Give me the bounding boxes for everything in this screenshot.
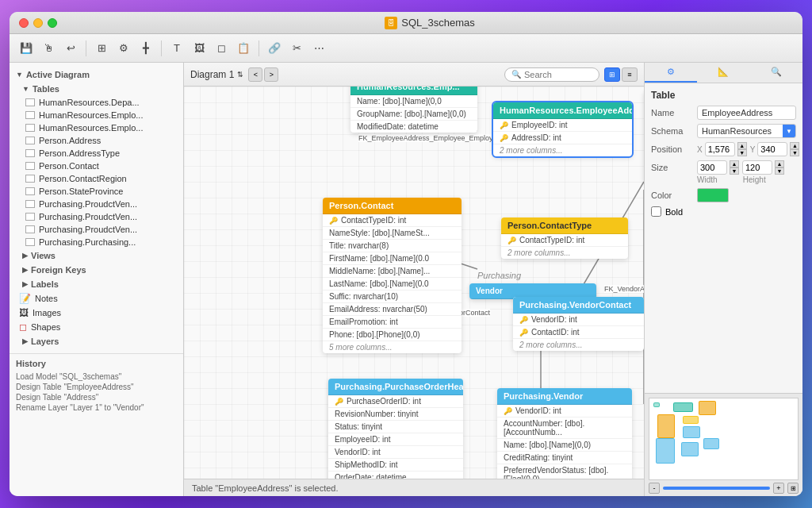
schema-value[interactable]: HumanResources ▼ [697, 124, 796, 138]
name-value[interactable]: EmployeeAddress [697, 106, 796, 120]
properties-title: Table [651, 90, 796, 101]
diagram-canvas[interactable]: FK_EmployeeAddress_Employee_EmployeeID F… [184, 87, 644, 479]
sidebar-item-shapes[interactable]: ◻ Shapes [10, 320, 183, 334]
sidebar-item-table[interactable]: Purchasing.ProudctVen... [10, 198, 183, 210]
next-diagram-button[interactable]: > [264, 67, 278, 82]
save-button[interactable]: 💾 [16, 39, 36, 58]
table-vendor-contact[interactable]: Purchasing.VendorContact 🔑VendorID: int … [513, 297, 644, 351]
prev-diagram-button[interactable]: < [248, 67, 262, 82]
width-group: ▲ ▼ [697, 160, 739, 175]
table-row: 🔑VendorID: int [513, 314, 644, 326]
foreign-keys-header[interactable]: ▶ Foreign Keys [10, 263, 183, 277]
sidebar-item-table[interactable]: Purchasing.Purchasing... [10, 236, 183, 248]
note-button[interactable]: 📋 [233, 39, 254, 58]
tables-header[interactable]: ▼ Tables [10, 82, 183, 96]
table-purchasing-vendor[interactable]: Purchasing.Vendor 🔑VendorID: int Account… [497, 388, 632, 479]
table-person-contact[interactable]: Person.Contact 🔑ContactTypeID: int NameS… [323, 198, 462, 353]
size-label: Size [651, 163, 697, 172]
y-down-button[interactable]: ▼ [790, 149, 799, 156]
x-down-button[interactable]: ▼ [737, 149, 747, 156]
height-down-button[interactable]: ▼ [775, 167, 784, 175]
position-inputs: X ▲ ▼ Y ▲ [697, 142, 799, 156]
layers-header[interactable]: ▶ Layers [10, 334, 183, 348]
toolbar-separator-2 [161, 40, 162, 56]
zoom-out-button[interactable]: - [649, 483, 660, 494]
tab-search[interactable]: 🔍 [750, 63, 802, 83]
tab-layout[interactable]: 📐 [697, 63, 749, 83]
x-up-button[interactable]: ▲ [737, 142, 747, 149]
grid-view-button[interactable]: ⊞ [604, 67, 620, 82]
color-swatch[interactable] [697, 188, 729, 202]
sidebar-item-table[interactable]: HumanResources.Emplo... [10, 109, 183, 121]
zoom-slider[interactable] [663, 487, 770, 490]
table-properties: Table Name EmployeeAddress Schema HumanR… [651, 90, 796, 217]
height-up-button[interactable]: ▲ [775, 160, 784, 167]
close-button[interactable] [19, 18, 29, 28]
table-button[interactable]: ⊞ [91, 39, 112, 58]
foreign-keys-label: Foreign Keys [31, 265, 86, 275]
width-up-button[interactable]: ▲ [730, 160, 739, 167]
sidebar-item-table[interactable]: Person.StateProvince [10, 185, 183, 198]
table-row: 🔑AddressID: int [493, 132, 632, 144]
add-button[interactable]: ╋ [136, 39, 156, 58]
width-input[interactable] [697, 160, 727, 175]
y-up-button[interactable]: ▲ [790, 142, 799, 149]
shape-button[interactable]: ◻ [211, 39, 232, 58]
position-row: Position X ▲ ▼ Y [651, 142, 796, 156]
y-label: Y [750, 145, 756, 154]
views-header[interactable]: ▶ Views [10, 248, 183, 263]
x-label: X [697, 145, 703, 154]
active-diagram-header[interactable]: ▼ Active Diagram [10, 67, 183, 82]
table-purchase-order-header[interactable]: Purchasing.PurchaseOrderHeader 🔑Purchase… [328, 379, 463, 479]
height-input[interactable] [742, 160, 772, 175]
width-stepper: ▲ ▼ [730, 160, 739, 175]
sidebar-item-images[interactable]: 🖼 Images [10, 306, 183, 320]
sidebar-item-table[interactable]: Person.ContactRegion [10, 172, 183, 185]
sidebar-item-table[interactable]: Purchasing.ProudctVen... [10, 223, 183, 236]
search-input[interactable] [524, 70, 588, 79]
width-down-button[interactable]: ▼ [730, 167, 739, 175]
table-person-contact-type[interactable]: Person.ContactType 🔑ContactTypeID: int 2… [501, 217, 628, 259]
table-row: Name: [dbo].[Name](0,0) [497, 439, 632, 452]
table-row: MiddleName: [dbo].[Name]... [323, 265, 462, 278]
more-button[interactable]: ⋯ [308, 39, 329, 58]
labels-header[interactable]: ▶ Labels [10, 277, 183, 291]
window-title: 🗄 SQL_3schemas [67, 17, 793, 29]
sidebar-item-table[interactable]: Person.AddressType [10, 147, 183, 160]
tab-properties[interactable]: ⚙ [645, 63, 697, 83]
y-input[interactable] [757, 142, 787, 156]
list-view-button[interactable]: ≡ [622, 67, 638, 82]
sidebar-item-table[interactable]: HumanResources.Emplo... [10, 121, 183, 134]
image-button[interactable]: 🖼 [189, 39, 209, 58]
sidebar: ▼ Active Diagram ▼ Tables HumanResources… [10, 63, 184, 496]
table-row: ModifiedDate: datetime [350, 121, 477, 133]
schema-dropdown-icon[interactable]: ▼ [783, 125, 795, 137]
sidebar-item-table[interactable]: Person.Address [10, 134, 183, 147]
settings-button[interactable]: ⚙ [113, 39, 134, 58]
text-button[interactable]: T [167, 39, 187, 58]
table-row: VendorID: int [328, 446, 463, 459]
expand-button[interactable]: ⊞ [787, 483, 799, 494]
minimap[interactable]: - + ⊞ [645, 393, 802, 496]
sidebar-item-notes[interactable]: 📝 Notes [10, 291, 183, 306]
more-columns: 2 more columns... [493, 144, 632, 156]
table-hr-partial[interactable]: HumanResources.Emp... Name: [dbo].[Name]… [350, 87, 477, 133]
maximize-button[interactable] [48, 18, 57, 28]
select-tool-button[interactable]: 🖱 [38, 39, 59, 58]
status-text: Table "EmployeeAddress" is selected. [192, 483, 339, 493]
sidebar-item-table[interactable]: HumanResources.Depa... [10, 96, 183, 109]
sidebar-item-table[interactable]: Person.Contact [10, 160, 183, 172]
app-window: 🗄 SQL_3schemas 💾 🖱 ↩ ⊞ ⚙ ╋ T 🖼 ◻ 📋 🔗 ✂ ⋯… [10, 12, 802, 496]
minimize-button[interactable] [33, 18, 43, 28]
sidebar-item-table[interactable]: Purchasing.ProudctVen... [10, 210, 183, 223]
zoom-in-button[interactable]: + [773, 483, 784, 494]
undo-button[interactable]: ↩ [60, 39, 81, 58]
cut-button[interactable]: ✂ [286, 39, 307, 58]
table-employee-address[interactable]: HumanResources.EmployeeAddress 🔑Employee… [493, 102, 632, 156]
color-row: Color [651, 188, 796, 202]
link-button[interactable]: 🔗 [264, 39, 285, 58]
table-row: Suffic: nvarchar(10) [323, 291, 462, 303]
table-header: Person.Contact [323, 198, 462, 214]
bold-checkbox[interactable] [651, 206, 661, 217]
x-input[interactable] [705, 142, 735, 156]
